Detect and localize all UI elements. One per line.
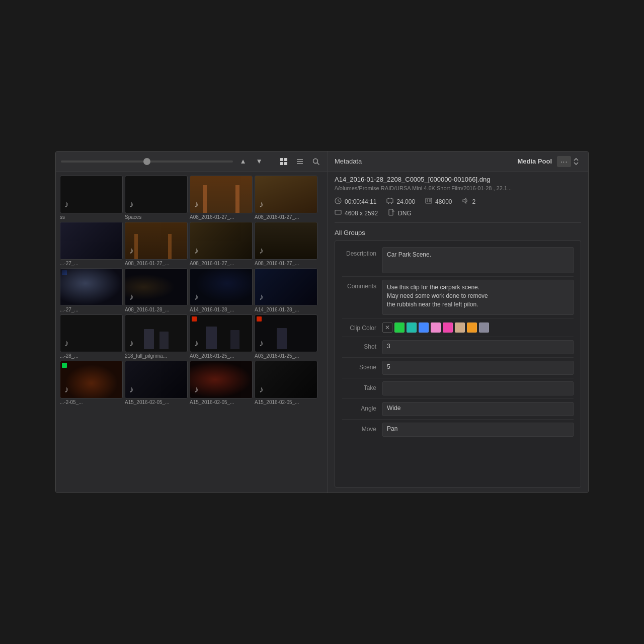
- resolution-value: 4608 x 2592: [345, 210, 378, 217]
- clip-thumbnail[interactable]: ♪: [60, 361, 123, 398]
- search-btn[interactable]: [310, 155, 322, 168]
- scroll-down-btn[interactable]: ▼: [253, 155, 265, 168]
- panel-scroll-btn[interactable]: [571, 156, 581, 167]
- clip-label: A15_2016-02-05_...: [125, 399, 188, 405]
- clip-cell[interactable]: ♪ A15_2016-02-05_...: [190, 361, 253, 405]
- color-swatch-gray[interactable]: [479, 323, 489, 333]
- clip-thumbnail[interactable]: ♪: [125, 314, 188, 352]
- clip-thumbnail[interactable]: ♪: [125, 222, 188, 260]
- clip-cell[interactable]: ♪ A08_2016-01-27_...: [190, 222, 253, 266]
- music-note-icon: ♪: [259, 246, 264, 256]
- zoom-slider-track[interactable]: [61, 160, 233, 163]
- clip-row: ♪ ...-28_... ♪ 218_full_pilgrima...: [60, 314, 323, 359]
- clip-thumbnail[interactable]: ♪: [190, 176, 253, 213]
- clip-cell[interactable]: ♪ A08_2016-01-27_...: [190, 176, 253, 220]
- clip-cell[interactable]: ♪ ...-2-05_...: [60, 361, 123, 405]
- clip-cell[interactable]: ♪ A14_2016-01-28_...: [190, 268, 253, 312]
- scene-field[interactable]: 5: [382, 361, 574, 375]
- clip-thumbnail[interactable]: ♪: [190, 361, 253, 398]
- clip-label: 218_full_pilgrima...: [125, 353, 188, 359]
- clip-thumbnail[interactable]: ♪: [125, 268, 188, 306]
- clip-cell[interactable]: ♪ A15_2016-02-05_...: [125, 361, 188, 405]
- music-note-icon: ♪: [259, 338, 264, 349]
- clip-cell[interactable]: ♪ Spaces: [125, 176, 188, 220]
- clip-cell[interactable]: ♪ A15_2016-02-05_...: [255, 361, 317, 405]
- iso-icon: [425, 197, 432, 206]
- format-value: DNG: [398, 210, 412, 217]
- clip-thumbnail[interactable]: ♪: [255, 314, 317, 352]
- list-icon: [296, 157, 304, 166]
- meta-row-1: 00:00:44:11 24.000: [328, 195, 588, 208]
- search-icon: [312, 157, 320, 166]
- clip-thumbnail[interactable]: ♪: [255, 222, 317, 260]
- color-swatch-blue[interactable]: [419, 323, 429, 333]
- clip-thumbnail[interactable]: ♪: [60, 314, 123, 352]
- clip-thumbnail[interactable]: ♪: [125, 176, 188, 213]
- color-swatch-green[interactable]: [394, 323, 405, 333]
- music-note-icon: ♪: [194, 199, 199, 210]
- clip-cell[interactable]: ♪ A08_2016-01-28_...: [125, 268, 188, 312]
- clip-thumbnail[interactable]: ♪: [190, 268, 253, 306]
- clip-thumbnail[interactable]: ♪: [255, 361, 317, 398]
- form-row-angle: Angle Wide: [342, 399, 574, 420]
- svg-rect-19: [429, 199, 431, 202]
- duration-icon: [335, 197, 342, 206]
- clip-cell[interactable]: ...-27_...: [60, 268, 123, 312]
- clock-icon: [335, 197, 342, 204]
- clip-thumbnail[interactable]: ♪: [60, 176, 123, 213]
- comments-field[interactable]: Use this clip for the carpark scene.May …: [382, 280, 574, 315]
- form-row-take: Take: [342, 378, 574, 399]
- clip-cell[interactable]: ♪ A08_2016-01-27_...: [255, 176, 317, 220]
- svg-rect-1: [284, 158, 287, 161]
- scroll-up-btn[interactable]: ▲: [237, 155, 249, 168]
- clip-thumbnail[interactable]: ♪: [255, 268, 317, 306]
- svg-rect-14: [391, 198, 392, 199]
- angle-field[interactable]: Wide: [382, 402, 574, 416]
- clip-cell[interactable]: ♪ A08_2016-01-27_...: [255, 222, 317, 266]
- list-view-btn[interactable]: [294, 155, 306, 168]
- clip-cell[interactable]: ♪ A03_2016-01-25_...: [255, 314, 317, 359]
- clip-cell[interactable]: ♪ A03_2016-01-25_...: [190, 314, 253, 359]
- clip-cell[interactable]: ♪ 218_full_pilgrima...: [125, 314, 188, 359]
- clip-cell[interactable]: ♪ A14_2016-01-28_...: [255, 268, 317, 312]
- move-field[interactable]: Pan: [382, 423, 574, 437]
- app-container: ▲ ▼: [55, 151, 589, 493]
- svg-rect-6: [297, 163, 303, 164]
- clip-thumbnail[interactable]: ♪: [255, 176, 317, 213]
- color-swatch-teal[interactable]: [407, 323, 417, 333]
- svg-rect-13: [388, 198, 389, 199]
- file-icon: [388, 209, 395, 216]
- clip-thumbnail[interactable]: ♪: [190, 222, 253, 260]
- color-swatch-pink[interactable]: [443, 323, 453, 333]
- grid-view-btn[interactable]: [278, 155, 290, 168]
- take-field[interactable]: [382, 381, 574, 395]
- music-note-icon: ♪: [129, 384, 134, 395]
- clip-row: ...-27_... ♪ A08_2016-01-27_...: [60, 222, 323, 266]
- svg-rect-21: [335, 210, 341, 214]
- clip-thumbnail[interactable]: [60, 222, 123, 260]
- shot-field[interactable]: 3: [382, 340, 574, 354]
- zoom-slider-thumb[interactable]: [143, 158, 150, 165]
- clip-thumbnail[interactable]: ♪: [190, 314, 253, 352]
- color-swatch-pink-light[interactable]: [431, 323, 441, 333]
- toolbar: ▲ ▼: [56, 151, 327, 172]
- color-swatch-tan[interactable]: [455, 323, 465, 333]
- groups-label: All Groups: [328, 225, 588, 240]
- clip-label: ...-27_...: [60, 307, 123, 312]
- form-row-description: Description Car Park Scene.: [342, 244, 574, 277]
- divider: [335, 222, 581, 223]
- clip-cell[interactable]: ♪ ...-28_...: [60, 314, 123, 359]
- grid-icon: [280, 157, 288, 166]
- form-row-comments: Comments Use this clip for the carpark s…: [342, 277, 574, 318]
- clip-thumbnail[interactable]: [60, 268, 123, 306]
- color-none-btn[interactable]: ✕: [382, 323, 392, 333]
- options-btn[interactable]: ···: [557, 156, 571, 167]
- clip-cell[interactable]: ♪ ss: [60, 176, 123, 220]
- clip-thumbnail[interactable]: ♪: [125, 361, 188, 398]
- svg-rect-5: [297, 161, 303, 162]
- clip-cell[interactable]: ...-27_...: [60, 222, 123, 266]
- clip-label: ...-2-05_...: [60, 399, 123, 405]
- description-field[interactable]: Car Park Scene.: [382, 247, 574, 273]
- clip-cell[interactable]: ♪ A08_2016-01-27_...: [125, 222, 188, 266]
- color-swatch-orange[interactable]: [467, 323, 477, 333]
